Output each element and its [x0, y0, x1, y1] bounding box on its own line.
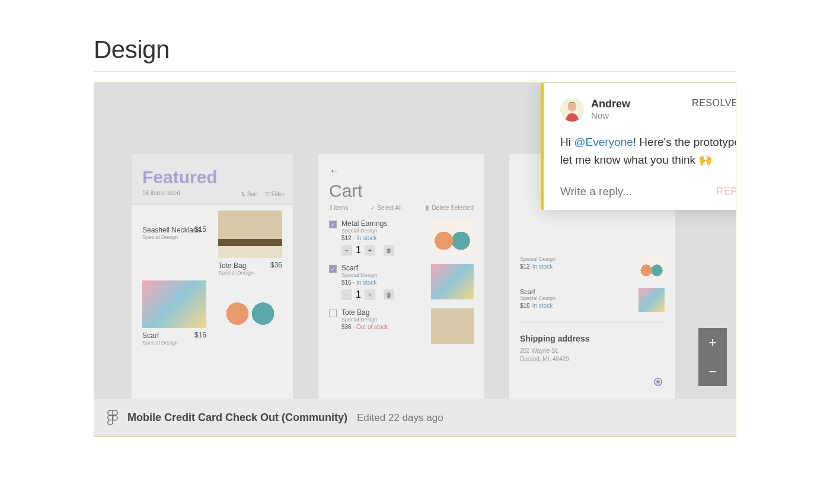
mockup-screen-cart: ← Cart 3 items ✓ Select All 🗑 Delete Sel… — [318, 154, 484, 399]
reply-input[interactable] — [560, 185, 709, 198]
figma-logo-icon — [107, 410, 118, 426]
zoom-out-button[interactable]: − — [698, 357, 727, 386]
product-image — [218, 280, 282, 328]
product-item: Scarf $16 Special Design — [142, 280, 206, 346]
title-divider — [94, 71, 736, 72]
cart-item-price: $12 — [341, 235, 352, 241]
summary-sub: Special Design — [520, 256, 556, 262]
back-arrow-icon: ← — [329, 165, 474, 177]
mockup-screen-featured: Featured 18 items listed ⇅ Sort ▽ Filter… — [132, 154, 293, 399]
shipping-title: Shipping address — [520, 334, 665, 343]
cart-row: ✓ Metal Earrings Special Design $12 · In… — [329, 219, 474, 256]
cart-item-sub: Special Design — [341, 228, 426, 234]
product-sub: Special Design — [218, 270, 282, 276]
cart-row: Tote Bag Special Design $36 · Out of sto… — [329, 308, 474, 344]
comment-body: Hi @Everyone! Here's the prototype, let … — [560, 133, 736, 170]
comment-timestamp: Now — [591, 110, 630, 120]
cart-item-price: $36 — [341, 324, 352, 330]
filter-label: ▽ Filter — [265, 191, 285, 197]
featured-header: Featured 18 items listed ⇅ Sort ▽ Filter — [132, 154, 293, 205]
cart-row: ✓ Scarf Special Design $16 · In stock −1… — [329, 264, 474, 300]
figma-footer-bar: Mobile Credit Card Check Out (Community)… — [94, 399, 736, 436]
product-image — [142, 280, 206, 328]
cart-title: Cart — [329, 181, 474, 201]
reply-button[interactable]: REPLY — [716, 186, 736, 197]
product-item: Seashell Necklace $15 Special Design — [142, 210, 206, 276]
mention[interactable]: @Everyone — [574, 136, 633, 148]
zoom-controls: + − — [698, 328, 727, 386]
cart-item-price: $16 — [341, 279, 352, 286]
stock-status: In stock — [356, 279, 376, 286]
summary-name: Scarf — [520, 288, 556, 295]
summary-item: Scarf Special Design $16In stock — [520, 288, 665, 312]
cart-thumb — [431, 219, 474, 255]
stock-status: In stock — [532, 302, 553, 309]
featured-actions: ⇅ Sort ▽ Filter — [241, 191, 285, 197]
cart-thumb — [431, 308, 474, 344]
summary-sub: Special Design — [520, 295, 556, 301]
cart-item-name: Scarf — [341, 264, 426, 272]
checkbox-icon: ✓ — [329, 221, 337, 228]
figma-file-edited: Edited 22 days ago — [357, 412, 443, 424]
summary-item: Special Design $12In stock — [520, 256, 665, 280]
avatar — [560, 98, 584, 122]
cart-item-sub: Special Design — [341, 272, 426, 278]
product-sub: Special Design — [142, 340, 206, 346]
product-price: $16 — [194, 331, 206, 339]
cart-thumb — [431, 264, 474, 299]
cart-item-name: Tote Bag — [341, 308, 426, 317]
summary-price: $12 — [520, 263, 530, 270]
product-image — [218, 210, 282, 258]
svg-point-0 — [113, 415, 117, 420]
stock-status: In stock — [532, 263, 553, 270]
cart-item-sub: Special Design — [341, 317, 426, 323]
cart-delete-selected: 🗑 Delete Selected — [424, 205, 474, 211]
resolve-button[interactable]: RESOLVE — [692, 98, 736, 109]
summary-price: $16 — [520, 302, 530, 309]
product-sub: Special Design — [142, 234, 206, 240]
cart-item-name: Metal Earrings — [341, 219, 426, 228]
product-name: Seashell Necklace — [142, 226, 206, 234]
cart-select-all: ✓ Select All — [371, 205, 401, 211]
radio-selected-icon — [654, 378, 662, 386]
product-item — [218, 280, 282, 346]
page-title: Design — [94, 36, 736, 64]
comment-popover: Andrew Now RESOLVE Hi @Everyone! Here's … — [541, 82, 736, 210]
checkbox-icon — [329, 310, 337, 317]
stock-status: Out of stock — [356, 324, 388, 330]
shipping-address: 202 Wayne St, Durand, MI, 48429 — [520, 347, 665, 363]
featured-title: Featured — [142, 167, 282, 187]
product-item: Tote Bag $36 Special Design — [218, 210, 282, 276]
product-price: $36 — [270, 261, 282, 269]
cart-item-count: 3 items — [329, 205, 348, 211]
svg-point-1 — [568, 103, 576, 111]
zoom-in-button[interactable]: + — [698, 328, 727, 357]
checkbox-icon: ✓ — [329, 265, 337, 273]
stock-status: In stock — [356, 235, 376, 241]
sort-label: ⇅ Sort — [241, 191, 258, 197]
comment-author: Andrew — [591, 98, 630, 110]
figma-file-name[interactable]: Mobile Credit Card Check Out (Community) — [127, 412, 347, 424]
figma-embed-frame: Figma Featured 18 items listed ⇅ Sort ▽ … — [94, 82, 736, 437]
